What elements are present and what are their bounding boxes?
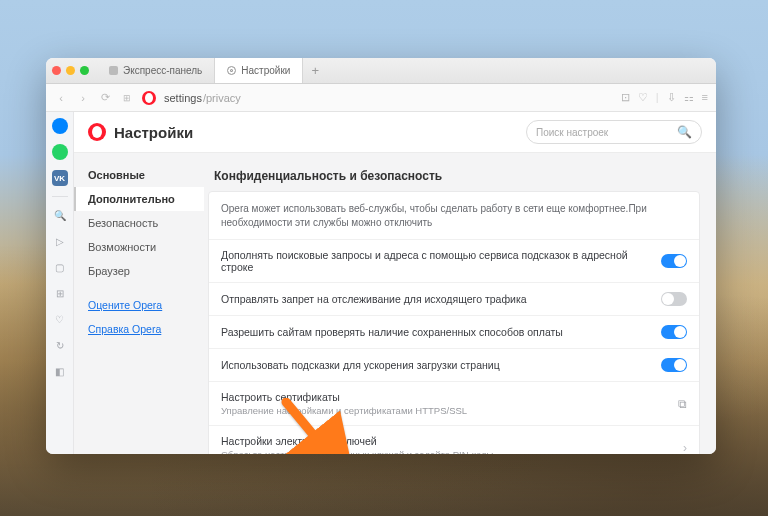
- address-bar-actions: ⊡ ♡ | ⇩ ⚏ ≡: [621, 91, 708, 104]
- window-titlebar: Экспресс-панель Настройки +: [46, 58, 716, 84]
- toggle-switch[interactable]: [661, 325, 687, 339]
- row-autocomplete[interactable]: Дополнять поисковые запросы и адреса с п…: [209, 239, 699, 282]
- chevron-right-icon: ›: [683, 441, 687, 455]
- speed-dial-icon: [109, 66, 118, 75]
- vk-icon[interactable]: VK: [52, 170, 68, 186]
- row-security-keys[interactable]: Настройки электронных ключей Сбросьте на…: [209, 425, 699, 454]
- sidebar-item-label: Основные: [88, 169, 145, 181]
- toggle-switch[interactable]: [661, 254, 687, 268]
- extensions-side-icon[interactable]: ◧: [52, 363, 68, 379]
- bookmarks-side-icon[interactable]: ♡: [52, 311, 68, 327]
- speed-dial-side-icon[interactable]: ⊞: [52, 285, 68, 301]
- row-preload[interactable]: Использовать подсказки для ускорения заг…: [209, 348, 699, 381]
- history-side-icon[interactable]: ↻: [52, 337, 68, 353]
- row-sublabel: Сбросьте настройки электронных ключей и …: [221, 449, 496, 454]
- search-side-icon[interactable]: 🔍: [52, 207, 68, 223]
- news-side-icon[interactable]: ▢: [52, 259, 68, 275]
- section-banner: Opera может использовать веб-службы, что…: [209, 192, 699, 239]
- tab-speed-dial[interactable]: Экспресс-панель: [97, 58, 215, 83]
- row-label: Дополнять поисковые запросы и адреса с п…: [221, 249, 651, 273]
- address-bar: ‹ › ⟳ ⊞ settings /privacy ⊡ ♡ | ⇩ ⚏ ≡: [46, 84, 716, 112]
- settings-content: Конфиденциальность и безопасность Opera …: [204, 153, 716, 454]
- left-icon-bar: VK 🔍 ▷ ▢ ⊞ ♡ ↻ ◧: [46, 112, 74, 454]
- url-path: /privacy: [203, 92, 241, 104]
- desktop-wallpaper: Экспресс-панель Настройки + ‹ › ⟳ ⊞ sett…: [0, 0, 768, 516]
- tab-settings[interactable]: Настройки: [215, 58, 303, 83]
- toggle-switch[interactable]: [661, 358, 687, 372]
- row-sublabel: Управление настройками и сертификатами H…: [221, 405, 467, 416]
- menu-icon[interactable]: ≡: [702, 91, 708, 104]
- gear-icon: [227, 66, 236, 75]
- tab-label: Настройки: [241, 65, 290, 76]
- separator: |: [656, 91, 659, 104]
- bookmark-icon[interactable]: ♡: [638, 91, 648, 104]
- messenger-icon[interactable]: [52, 118, 68, 134]
- whatsapp-icon[interactable]: [52, 144, 68, 160]
- sidebar-item-advanced[interactable]: Дополнительно: [74, 187, 204, 211]
- download-icon[interactable]: ⇩: [667, 91, 676, 104]
- url-field[interactable]: settings /privacy: [164, 92, 613, 104]
- settings-search-input[interactable]: Поиск настроек 🔍: [526, 120, 702, 144]
- settings-page: Настройки Поиск настроек 🔍 Основные Допо…: [74, 112, 716, 454]
- sidebar-link-label: Оцените Opera: [88, 299, 162, 311]
- row-label: Настроить сертификаты: [221, 391, 467, 403]
- nav-back-button[interactable]: ‹: [54, 92, 68, 104]
- sidebar-item-basic[interactable]: Основные: [74, 163, 204, 187]
- window-controls: [52, 66, 89, 75]
- settings-header: Настройки Поиск настроек 🔍: [74, 112, 716, 153]
- window-close-button[interactable]: [52, 66, 61, 75]
- home-button[interactable]: ⊞: [120, 93, 134, 103]
- search-icon: 🔍: [677, 125, 692, 139]
- search-placeholder: Поиск настроек: [536, 127, 608, 138]
- toggle-switch[interactable]: [661, 292, 687, 306]
- flow-side-icon[interactable]: ▷: [52, 233, 68, 249]
- sidebar-item-label: Возможности: [88, 241, 156, 253]
- row-label: Разрешить сайтам проверять наличие сохра…: [221, 326, 563, 338]
- sidebar-item-label: Дополнительно: [88, 193, 175, 205]
- external-link-icon: ⧉: [678, 397, 687, 411]
- new-tab-button[interactable]: +: [303, 58, 327, 83]
- sidebar-item-security[interactable]: Безопасность: [74, 211, 204, 235]
- sidebar-link-rate[interactable]: Оцените Opera: [74, 293, 204, 317]
- row-do-not-track[interactable]: Отправлять запрет на отслеживание для ис…: [209, 282, 699, 315]
- sidebar-item-label: Браузер: [88, 265, 130, 277]
- nav-forward-button[interactable]: ›: [76, 92, 90, 104]
- row-label: Использовать подсказки для ускорения заг…: [221, 359, 500, 371]
- row-label: Настройки электронных ключей: [221, 435, 496, 447]
- row-label: Отправлять запрет на отслеживание для ис…: [221, 293, 527, 305]
- browser-window: Экспресс-панель Настройки + ‹ › ⟳ ⊞ sett…: [46, 58, 716, 454]
- privacy-card: Opera может использовать веб-службы, что…: [208, 191, 700, 454]
- sidebar-link-label: Справка Opera: [88, 323, 161, 335]
- reload-button[interactable]: ⟳: [98, 91, 112, 104]
- sidebar-item-browser[interactable]: Браузер: [74, 259, 204, 283]
- opera-logo-icon: [142, 91, 156, 105]
- url-domain: settings: [164, 92, 202, 104]
- opera-logo-icon: [88, 123, 106, 141]
- row-payment-check[interactable]: Разрешить сайтам проверять наличие сохра…: [209, 315, 699, 348]
- shield-icon[interactable]: ⊡: [621, 91, 630, 104]
- window-minimize-button[interactable]: [66, 66, 75, 75]
- page-title: Настройки: [114, 124, 193, 141]
- sidebar-item-label: Безопасность: [88, 217, 158, 229]
- sidebar-link-help[interactable]: Справка Opera: [74, 317, 204, 341]
- separator: [52, 196, 68, 197]
- easy-setup-icon[interactable]: ⚏: [684, 91, 694, 104]
- sidebar-item-features[interactable]: Возможности: [74, 235, 204, 259]
- row-certificates[interactable]: Настроить сертификаты Управление настрой…: [209, 381, 699, 425]
- window-zoom-button[interactable]: [80, 66, 89, 75]
- settings-sidebar: Основные Дополнительно Безопасность Возм…: [74, 153, 204, 454]
- tab-label: Экспресс-панель: [123, 65, 202, 76]
- tab-strip: Экспресс-панель Настройки +: [97, 58, 327, 83]
- section-title: Конфиденциальность и безопасность: [208, 165, 700, 191]
